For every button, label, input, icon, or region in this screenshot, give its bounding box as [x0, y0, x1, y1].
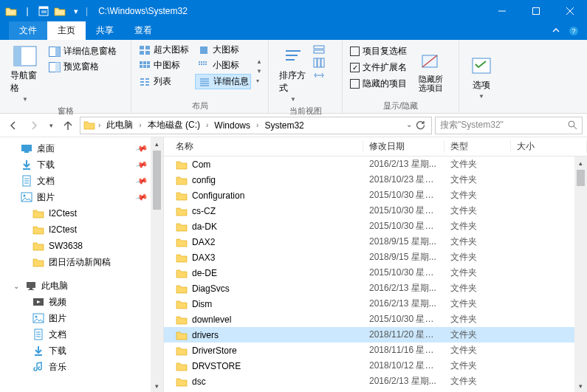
- group-by-icon[interactable]: [313, 45, 325, 55]
- tab-share[interactable]: 共享: [86, 21, 124, 40]
- file-name: da-DK: [192, 221, 217, 232]
- file-type: 文件夹: [444, 375, 511, 388]
- sidebar-item[interactable]: 图片: [0, 310, 163, 326]
- table-row[interactable]: DriverStore2018/11/16 星期...文件夹: [164, 343, 587, 358]
- search-icon[interactable]: [568, 120, 577, 130]
- qat-chevron[interactable]: ▾: [69, 4, 83, 18]
- expand-icon[interactable]: ⌄: [13, 282, 21, 290]
- file-type: 文件夹: [444, 235, 511, 248]
- minimize-button[interactable]: [485, 0, 519, 22]
- sidebar-item[interactable]: 视频: [0, 294, 163, 310]
- recent-dropdown[interactable]: ▾: [46, 117, 56, 134]
- dropdown-icon: ▼: [478, 93, 484, 100]
- table-row[interactable]: Dism2016/2/13 星期...文件夹: [164, 296, 587, 312]
- add-columns-icon[interactable]: [313, 58, 325, 68]
- table-row[interactable]: config2018/10/23 星期...文件夹: [164, 172, 587, 188]
- qat-dropdown-icon[interactable]: [53, 4, 66, 18]
- column-name[interactable]: 名称: [164, 140, 363, 153]
- table-row[interactable]: de-DE2015/10/30 星期...文件夹: [164, 265, 587, 281]
- extra-large-icons-button[interactable]: 超大图标: [136, 43, 195, 57]
- forward-button[interactable]: [25, 117, 43, 134]
- chevron-right-icon[interactable]: ›: [255, 121, 260, 129]
- sidebar-item[interactable]: 桌面📌: [0, 140, 163, 157]
- sidebar-item[interactable]: 图片📌: [0, 189, 163, 205]
- nav-pane-button[interactable]: 导航窗格 ▼: [4, 43, 46, 104]
- small-icons-button[interactable]: 小图标: [195, 58, 251, 72]
- scrollbar-thumb[interactable]: [153, 151, 161, 210]
- table-row[interactable]: da-DK2015/10/30 星期...文件夹: [164, 219, 587, 234]
- size-columns-icon[interactable]: [313, 70, 325, 80]
- details-button[interactable]: 详细信息: [195, 74, 251, 89]
- chevron-right-icon[interactable]: ›: [205, 121, 210, 129]
- chevron-right-icon[interactable]: ›: [97, 121, 102, 129]
- tab-view[interactable]: 查看: [124, 21, 162, 40]
- column-size[interactable]: 大小: [511, 140, 587, 153]
- table-row[interactable]: Configuration2015/10/30 星期...文件夹: [164, 188, 587, 203]
- folder-icon: [176, 376, 188, 387]
- medium-icons-button[interactable]: 中图标: [136, 58, 195, 72]
- sidebar-item[interactable]: 文档📌: [0, 173, 163, 189]
- tab-home[interactable]: 主页: [47, 21, 86, 40]
- table-row[interactable]: cs-CZ2015/10/30 星期...文件夹: [164, 203, 587, 219]
- table-row[interactable]: drivers2018/11/20 星期...文件夹: [164, 327, 587, 343]
- layout-scroll-up[interactable]: ▲: [255, 57, 264, 66]
- maximize-button[interactable]: [519, 0, 553, 22]
- crumb-this-pc[interactable]: 此电脑: [103, 119, 136, 131]
- scrollbar-thumb[interactable]: [577, 170, 585, 186]
- scroll-up-button[interactable]: ▴: [574, 157, 587, 169]
- sort-button[interactable]: 排序方式 ▼: [273, 43, 313, 104]
- qat-properties-icon[interactable]: [37, 4, 50, 18]
- back-button[interactable]: [4, 117, 22, 134]
- hidden-items-toggle[interactable]: 隐藏的项目: [347, 77, 410, 91]
- table-row[interactable]: Com2016/2/13 星期...文件夹: [164, 157, 587, 172]
- close-button[interactable]: [553, 0, 587, 22]
- scroll-up-button[interactable]: ▴: [151, 137, 163, 150]
- sidebar-item[interactable]: I2Ctest: [0, 205, 163, 221]
- refresh-icon[interactable]: [415, 120, 425, 131]
- large-icons-button[interactable]: 大图标: [195, 43, 251, 57]
- crumb-drive[interactable]: 本地磁盘 (C:): [145, 119, 203, 131]
- file-name: cs-CZ: [192, 206, 216, 216]
- crumb-windows[interactable]: Windows: [211, 120, 253, 131]
- address-bar[interactable]: › 此电脑 › 本地磁盘 (C:) › Windows › System32 ⌄: [80, 117, 432, 134]
- sidebar-item[interactable]: 下载📌: [0, 157, 163, 173]
- table-row[interactable]: DiagSvcs2016/2/13 星期...文件夹: [164, 281, 587, 296]
- sidebar-item[interactable]: 下载: [0, 343, 163, 359]
- table-row[interactable]: dsc2016/2/13 星期...文件夹: [164, 374, 587, 389]
- column-type[interactable]: 类型: [444, 140, 511, 153]
- search-input[interactable]: 搜索"System32": [435, 117, 583, 134]
- up-button[interactable]: [59, 117, 77, 134]
- sidebar-item[interactable]: 团日活动新闻稿: [0, 254, 163, 270]
- video-icon: [32, 296, 44, 308]
- item-checkboxes-toggle[interactable]: 项目复选框: [347, 44, 410, 58]
- crumb-system32[interactable]: System32: [261, 120, 306, 131]
- table-row[interactable]: DAX32018/9/15 星期...文件夹: [164, 250, 587, 265]
- layout-more[interactable]: ▾: [255, 76, 264, 86]
- options-button[interactable]: 选项 ▼: [464, 43, 499, 110]
- chevron-right-icon[interactable]: ›: [137, 121, 143, 129]
- options-icon: [470, 54, 493, 78]
- tab-file[interactable]: 文件: [9, 21, 47, 40]
- scroll-down-button[interactable]: ▾: [151, 379, 163, 392]
- sidebar-item[interactable]: I2Ctest: [0, 221, 163, 238]
- list-button[interactable]: 列表: [136, 74, 195, 89]
- help-button[interactable]: ?: [565, 22, 583, 40]
- table-row[interactable]: downlevel2015/10/30 星期...文件夹: [164, 312, 587, 327]
- details-pane-button[interactable]: 详细信息窗格: [46, 44, 120, 58]
- table-row[interactable]: DAX22018/9/15 星期...文件夹: [164, 234, 587, 250]
- sidebar-item-this-pc[interactable]: ⌄此电脑: [0, 278, 163, 294]
- hide-selected-button[interactable]: 隐藏所选项目: [410, 43, 451, 99]
- scroll-down-button[interactable]: ▾: [574, 379, 587, 392]
- sidebar-item[interactable]: SW3638: [0, 238, 163, 254]
- preview-pane-button[interactable]: 预览窗格: [46, 60, 120, 74]
- layout-scroll-down[interactable]: ▼: [255, 66, 264, 76]
- nav-pane-label: 导航窗格: [10, 69, 40, 94]
- table-row[interactable]: DRVSTORE2018/10/12 星期...文件夹: [164, 358, 587, 374]
- collapse-ribbon-button[interactable]: [547, 22, 565, 40]
- column-date[interactable]: 修改日期: [363, 140, 444, 153]
- sidebar-item[interactable]: 文档: [0, 326, 163, 343]
- file-extensions-toggle[interactable]: ✓ 文件扩展名: [347, 61, 410, 75]
- svg-rect-1: [39, 7, 48, 9]
- sidebar-item[interactable]: 音乐: [0, 359, 163, 375]
- address-dropdown-icon[interactable]: ⌄: [406, 120, 412, 131]
